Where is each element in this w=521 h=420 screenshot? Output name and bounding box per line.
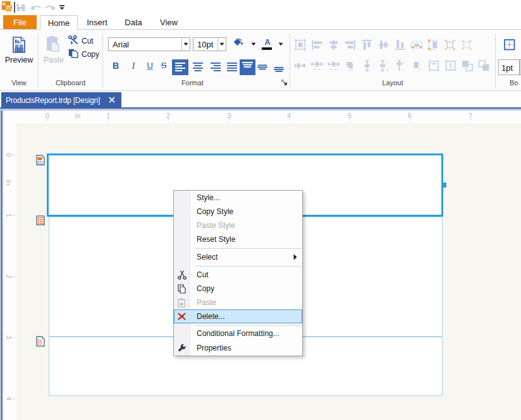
svg-text:R: R (3, 2, 6, 6)
